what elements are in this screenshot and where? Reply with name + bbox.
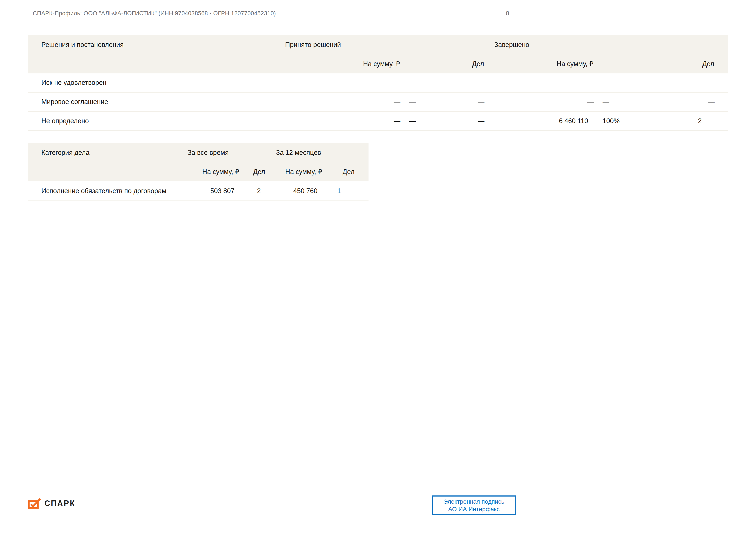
empty-header-cell (594, 54, 623, 73)
spark-logo-text: СПАРК (44, 499, 75, 508)
empty-header-cell (28, 54, 278, 73)
col-header-sum-12-months: На сумму, ₽ (265, 162, 322, 181)
signature-line-1: Электронная подпись (444, 498, 504, 505)
spark-logo: СПАРК (28, 498, 75, 509)
table-row-settlement: Мировое соглашение — — — — — — (28, 92, 728, 112)
page-number: 8 (502, 10, 513, 17)
column-group-accepted: Принято решений (278, 35, 484, 54)
col-header-cases-accepted: Дел (429, 54, 484, 73)
decisions-table-header: Решения и постановления Принято решений … (28, 35, 728, 73)
value-cases-accepted: — (429, 73, 484, 92)
decisions-table-title: Решения и постановления (28, 35, 278, 54)
column-group-12-months: За 12 месяцев (265, 143, 368, 162)
document-title: СПАРК-Профиль: ООО "АЛЬФА-ЛОГИСТИК" (ИНН… (33, 10, 276, 17)
column-group-finished: Завершено (484, 35, 728, 54)
table-row-undetermined: Не определено — — — 6 460 110 100% 2 (28, 112, 728, 131)
category-table-title: Категория дела (28, 143, 185, 162)
value-sum-finished: — (484, 73, 594, 92)
value-sum-accepted: — (278, 73, 400, 92)
empty-header-cell (400, 54, 429, 73)
value-pct-finished: — (594, 92, 623, 111)
col-header-cases-finished: Дел (623, 54, 714, 73)
value-pct-finished: 100% (594, 112, 623, 130)
spark-checkmark-icon (28, 498, 41, 509)
col-header-sum-all-time: На сумму, ₽ (185, 162, 239, 181)
category-table-header: Категория дела За все время За 12 месяце… (28, 143, 368, 181)
value-sum-all-time-link[interactable]: 503 807 (185, 181, 239, 200)
col-header-cases-12-months: Дел (322, 162, 355, 181)
value-sum-accepted: — (278, 92, 400, 111)
value-sum-finished-link[interactable]: 6 460 110 (484, 112, 594, 130)
decisions-table: Решения и постановления Принято решений … (28, 35, 728, 131)
value-pct-accepted: — (400, 92, 429, 111)
empty-header-cell (28, 162, 185, 181)
value-cases-all-time-link[interactable]: 2 (239, 181, 265, 200)
category-table: Категория дела За все время За 12 месяце… (28, 143, 368, 201)
value-sum-12-months-link[interactable]: 450 760 (265, 181, 322, 200)
value-cases-accepted: — (429, 92, 484, 111)
table-row-claim-denied: Иск не удовлетворен — — — — — — (28, 73, 728, 92)
electronic-signature-button[interactable]: Электронная подпись АО ИА Интерфакс (432, 496, 516, 515)
row-label: Мировое соглашение (28, 92, 278, 111)
row-label: Иск не удовлетворен (28, 73, 278, 92)
value-cases-accepted: — (429, 112, 484, 130)
value-pct-finished: — (594, 73, 623, 92)
table-row-contract-obligations: Исполнение обязательств по договорам 503… (28, 181, 368, 201)
row-label: Не определено (28, 112, 278, 130)
value-cases-finished: — (623, 73, 714, 92)
value-cases-12-months-link[interactable]: 1 (322, 181, 355, 200)
value-cases-finished-link[interactable]: 2 (623, 112, 714, 130)
value-cases-finished: — (623, 92, 714, 111)
column-group-all-time: За все время (185, 143, 265, 162)
value-sum-accepted: — (278, 112, 400, 130)
col-header-sum-accepted: На сумму, ₽ (278, 54, 400, 73)
col-header-cases-all-time: Дел (239, 162, 265, 181)
report-page: СПАРК-Профиль: ООО "АЛЬФА-ЛОГИСТИК" (ИНН… (0, 0, 756, 534)
col-header-sum-finished: На сумму, ₽ (484, 54, 594, 73)
value-pct-accepted: — (400, 112, 429, 130)
header-divider (28, 26, 517, 26)
row-label: Исполнение обязательств по договорам (28, 181, 185, 200)
value-sum-finished: — (484, 92, 594, 111)
footer-divider (28, 484, 517, 484)
value-pct-accepted: — (400, 73, 429, 92)
signature-line-2: АО ИА Интерфакс (448, 505, 500, 513)
